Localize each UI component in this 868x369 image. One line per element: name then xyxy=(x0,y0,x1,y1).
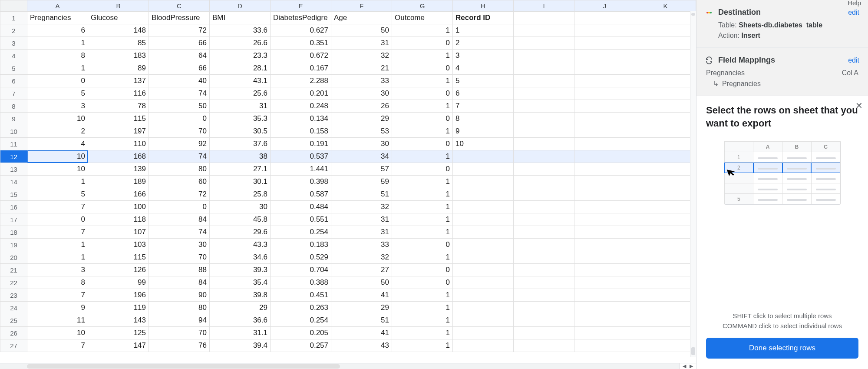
cell[interactable] xyxy=(514,302,574,314)
cell[interactable] xyxy=(574,50,635,62)
cell[interactable]: 0.191 xyxy=(271,138,331,150)
cell[interactable]: Age xyxy=(331,12,392,24)
row-27[interactable]: 2771477639.40.257431 xyxy=(0,339,696,352)
cell[interactable]: 5 xyxy=(453,75,514,87)
row-22[interactable]: 228998435.40.388500 xyxy=(0,276,696,289)
row-24[interactable]: 24911980290.263291 xyxy=(0,302,696,314)
cell[interactable]: 33 xyxy=(331,75,392,87)
cell[interactable]: 0 xyxy=(392,264,453,276)
cell[interactable] xyxy=(514,24,574,37)
cell[interactable] xyxy=(453,339,514,352)
cell[interactable]: DiabetesPedigre xyxy=(271,12,331,24)
cell[interactable]: 2 xyxy=(27,125,88,138)
cell[interactable]: 1 xyxy=(27,251,88,264)
cell[interactable]: 29 xyxy=(210,302,271,314)
cell[interactable] xyxy=(635,239,696,251)
cell[interactable]: 34.6 xyxy=(210,251,271,264)
row-header[interactable]: 10 xyxy=(0,125,27,138)
cell[interactable]: 7 xyxy=(27,226,88,239)
cell[interactable] xyxy=(635,125,696,138)
cell[interactable]: 66 xyxy=(149,37,210,50)
row-header[interactable]: 5 xyxy=(0,62,27,75)
cell[interactable]: 0.205 xyxy=(271,327,331,339)
cell[interactable] xyxy=(514,176,574,188)
cell[interactable]: 126 xyxy=(88,264,149,276)
cell[interactable]: 27.1 xyxy=(210,163,271,176)
row-10[interactable]: 1021977030.50.1585319 xyxy=(0,125,696,138)
cell[interactable]: 32 xyxy=(331,50,392,62)
cell[interactable]: 80 xyxy=(149,302,210,314)
cell[interactable] xyxy=(574,339,635,352)
cell[interactable]: 25.8 xyxy=(210,188,271,201)
cell[interactable] xyxy=(635,62,696,75)
cell[interactable]: 1 xyxy=(392,289,453,302)
cell[interactable]: 0 xyxy=(392,276,453,289)
row-13[interactable]: 13101398027.11.441570 xyxy=(0,163,696,176)
cell[interactable]: 0 xyxy=(149,113,210,125)
cell[interactable]: 50 xyxy=(331,24,392,37)
cell[interactable]: 147 xyxy=(88,339,149,352)
cell[interactable]: 28.1 xyxy=(210,62,271,75)
cell[interactable]: 72 xyxy=(149,24,210,37)
cell[interactable]: 125 xyxy=(88,327,149,339)
cell[interactable]: 26 xyxy=(331,100,392,113)
column-header-K[interactable]: K xyxy=(635,0,696,12)
cell[interactable]: 70 xyxy=(149,125,210,138)
spreadsheet-grid[interactable]: ABCDEFGHIJK 1PregnanciesGlucoseBloodPres… xyxy=(0,0,696,352)
cell[interactable] xyxy=(635,75,696,87)
cell[interactable] xyxy=(635,24,696,37)
cell[interactable]: 29 xyxy=(331,113,392,125)
cell[interactable]: 197 xyxy=(88,125,149,138)
cell[interactable]: 0.263 xyxy=(271,302,331,314)
cell[interactable]: 51 xyxy=(331,314,392,327)
cell[interactable]: 30 xyxy=(210,201,271,213)
cell[interactable]: 4 xyxy=(27,138,88,150)
cell[interactable] xyxy=(574,113,635,125)
cell[interactable] xyxy=(574,24,635,37)
cell[interactable]: 1 xyxy=(392,24,453,37)
cell[interactable] xyxy=(453,327,514,339)
cell[interactable] xyxy=(574,75,635,87)
close-icon[interactable]: ✕ xyxy=(855,100,863,111)
cell[interactable]: 31 xyxy=(331,37,392,50)
cell[interactable]: 8 xyxy=(453,113,514,125)
row-header[interactable]: 4 xyxy=(0,50,27,62)
cell[interactable] xyxy=(635,12,696,24)
cell[interactable] xyxy=(514,213,574,226)
cell[interactable]: 7 xyxy=(27,201,88,213)
cell[interactable]: 118 xyxy=(88,213,149,226)
cell[interactable]: 0 xyxy=(392,239,453,251)
cell[interactable] xyxy=(514,314,574,327)
cell[interactable]: 116 xyxy=(88,87,149,100)
cell[interactable] xyxy=(514,163,574,176)
cell[interactable]: 1 xyxy=(392,201,453,213)
row-21[interactable]: 2131268839.30.704270 xyxy=(0,264,696,276)
cell[interactable]: 38 xyxy=(210,150,271,163)
cell[interactable] xyxy=(635,37,696,50)
cell[interactable] xyxy=(574,62,635,75)
cell[interactable]: 0.484 xyxy=(271,201,331,213)
cell[interactable]: 32 xyxy=(331,201,392,213)
cell[interactable] xyxy=(635,100,696,113)
cell[interactable]: 1 xyxy=(392,314,453,327)
cell[interactable] xyxy=(574,125,635,138)
cell[interactable] xyxy=(635,201,696,213)
cell[interactable] xyxy=(514,113,574,125)
row-header[interactable]: 15 xyxy=(0,188,27,201)
row-19[interactable]: 1911033043.30.183330 xyxy=(0,239,696,251)
row-header[interactable]: 24 xyxy=(0,302,27,314)
mappings-edit-link[interactable]: edit xyxy=(848,57,859,64)
cell[interactable] xyxy=(574,239,635,251)
cell[interactable] xyxy=(635,264,696,276)
cell[interactable]: 74 xyxy=(149,226,210,239)
cell[interactable]: 72 xyxy=(149,188,210,201)
cell[interactable]: 88 xyxy=(149,264,210,276)
cell[interactable]: 1 xyxy=(453,24,514,37)
cell[interactable]: 0.134 xyxy=(271,113,331,125)
destination-edit-link[interactable]: edit xyxy=(848,9,859,17)
cell[interactable]: 32 xyxy=(331,251,392,264)
cell[interactable] xyxy=(514,251,574,264)
row-7[interactable]: 751167425.60.2013006 xyxy=(0,87,696,100)
cell[interactable]: 1.441 xyxy=(271,163,331,176)
cell[interactable]: 1 xyxy=(392,302,453,314)
